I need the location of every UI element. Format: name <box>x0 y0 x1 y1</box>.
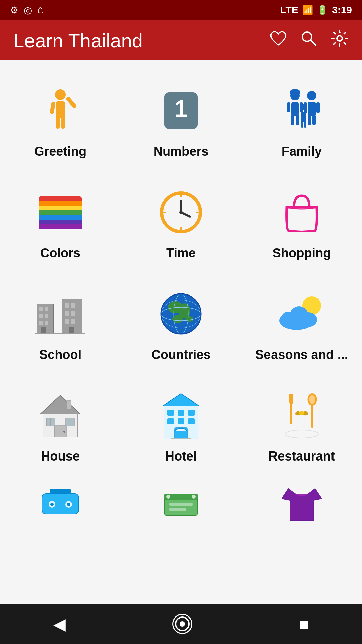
svg-rect-33 <box>39 220 82 224</box>
partial-icon-2 <box>161 487 201 521</box>
svg-rect-56 <box>71 311 75 316</box>
app-bar: Learn Thailand <box>0 20 362 60</box>
category-shopping[interactable]: Shopping <box>241 172 362 274</box>
recents-button[interactable]: ■ <box>299 615 309 633</box>
svg-rect-19 <box>291 102 299 116</box>
status-bar: ⚙ ◎ 🗂 LTE 📶 🔋 3:19 <box>0 0 362 20</box>
status-left: ⚙ ◎ 🗂 <box>10 5 47 16</box>
seasons-icon-wrap <box>275 287 328 341</box>
category-time[interactable]: Time <box>121 172 241 274</box>
svg-rect-5 <box>56 117 60 129</box>
countries-icon <box>159 292 203 336</box>
category-house[interactable]: House <box>0 375 121 477</box>
svg-point-18 <box>290 89 300 96</box>
category-hotel[interactable]: Hotel <box>121 375 241 477</box>
category-greeting[interactable]: Greeting <box>0 70 121 172</box>
svg-text:1: 1 <box>174 95 188 122</box>
svg-rect-30 <box>39 206 82 210</box>
partial-item-2[interactable] <box>161 487 201 521</box>
school-icon-wrap <box>34 287 87 341</box>
svg-rect-12 <box>308 102 316 116</box>
svg-rect-4 <box>56 101 65 118</box>
partial-item-3[interactable] <box>282 487 322 521</box>
svg-rect-95 <box>167 418 174 424</box>
family-icon-wrap <box>275 84 328 138</box>
svg-rect-46 <box>45 307 48 311</box>
category-family[interactable]: Family <box>241 70 362 172</box>
svg-rect-7 <box>50 102 56 114</box>
svg-rect-32 <box>39 215 82 220</box>
colors-icon <box>39 196 82 229</box>
category-countries[interactable]: Countries <box>121 274 241 375</box>
svg-rect-97 <box>188 418 195 424</box>
svg-point-78 <box>300 312 317 327</box>
numbers-icon: 1 <box>161 89 201 132</box>
svg-rect-16 <box>316 102 320 113</box>
svg-point-2 <box>337 36 342 41</box>
svg-rect-53 <box>65 303 69 308</box>
category-seasons[interactable]: Seasons and ... <box>241 274 362 375</box>
svg-rect-27 <box>304 120 306 128</box>
svg-rect-8 <box>65 96 77 109</box>
nav-bar: ◀ ■ <box>0 604 362 644</box>
seasons-label: Seasons and ... <box>255 347 348 362</box>
svg-rect-6 <box>61 117 65 129</box>
svg-point-65 <box>185 316 193 322</box>
svg-point-114 <box>67 503 70 506</box>
svg-rect-92 <box>167 410 174 416</box>
signal-status-icon: ◎ <box>24 5 32 16</box>
svg-point-104 <box>299 411 304 415</box>
svg-rect-21 <box>296 115 299 125</box>
svg-rect-120 <box>169 508 186 511</box>
svg-rect-57 <box>65 319 69 324</box>
time-icon-wrap <box>154 185 208 239</box>
svg-point-3 <box>55 89 66 100</box>
category-school[interactable]: School <box>0 274 121 375</box>
svg-marker-79 <box>40 395 80 414</box>
svg-rect-31 <box>39 210 82 215</box>
svg-rect-101 <box>289 394 290 403</box>
partial-item-1[interactable] <box>40 487 80 521</box>
svg-rect-109 <box>42 494 79 514</box>
hotel-label: Hotel <box>165 449 197 464</box>
svg-point-11 <box>307 91 316 100</box>
restaurant-label: Restaurant <box>268 449 335 464</box>
hotel-icon <box>159 392 203 439</box>
colors-icon-wrap <box>34 185 87 239</box>
svg-rect-110 <box>50 489 71 494</box>
partial-icon-1 <box>40 487 80 521</box>
svg-point-122 <box>180 621 185 627</box>
svg-rect-115 <box>164 497 198 516</box>
greeting-label: Greeting <box>34 144 86 159</box>
svg-rect-100 <box>290 394 292 424</box>
category-colors[interactable]: Colors <box>0 172 121 274</box>
svg-rect-54 <box>71 303 75 308</box>
countries-icon-wrap <box>154 287 208 341</box>
family-label: Family <box>282 144 322 159</box>
svg-point-39 <box>179 211 183 214</box>
svg-rect-29 <box>39 201 82 206</box>
shopping-icon-wrap <box>275 185 328 239</box>
settings-icon[interactable] <box>330 29 349 51</box>
app-title: Learn Thailand <box>13 29 269 52</box>
category-numbers[interactable]: 1 Numbers <box>121 70 241 172</box>
svg-point-24 <box>300 104 307 110</box>
search-icon[interactable] <box>300 30 317 51</box>
svg-rect-93 <box>178 410 184 416</box>
category-restaurant[interactable]: Restaurant <box>241 375 362 477</box>
svg-rect-119 <box>169 503 193 506</box>
home-button[interactable] <box>172 614 192 634</box>
svg-rect-96 <box>178 418 184 424</box>
svg-rect-14 <box>312 115 316 125</box>
svg-rect-20 <box>291 115 294 125</box>
partial-icon-3 <box>282 487 322 521</box>
favorites-icon[interactable] <box>269 30 287 50</box>
numbers-label: Numbers <box>154 144 209 159</box>
back-button[interactable]: ◀ <box>53 614 66 633</box>
shopping-icon <box>280 192 323 232</box>
svg-rect-48 <box>45 314 48 318</box>
svg-point-89 <box>63 431 65 433</box>
time-icon <box>159 191 203 234</box>
house-label: House <box>41 449 80 464</box>
svg-rect-60 <box>35 333 85 334</box>
